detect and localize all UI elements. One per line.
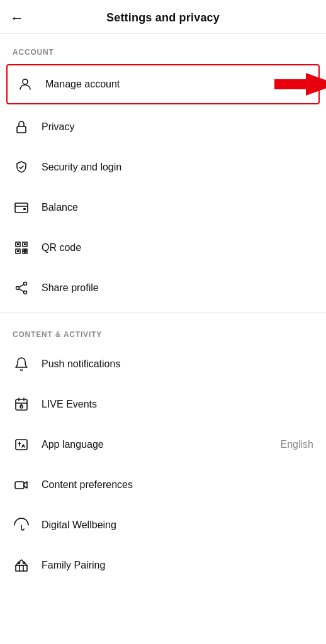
page-title: Settings and privacy [106,11,220,25]
push-notifications-label: Push notifications [42,358,313,370]
lock-icon [13,118,30,136]
svg-rect-11 [17,250,19,252]
share-profile-label: Share profile [42,282,313,294]
qr-code-label: QR code [42,242,313,253]
svg-rect-3 [15,203,28,213]
privacy-label: Privacy [42,121,313,133]
svg-marker-1 [274,73,326,96]
app-language-value: English [281,439,313,450]
menu-item-share-profile[interactable]: Share profile [0,268,326,308]
arrow-annotation [268,70,326,98]
manage-account-wrapper: Manage account [0,64,326,104]
live-events-label: LIVE Events [42,399,313,410]
svg-rect-2 [17,126,26,133]
svg-rect-12 [23,249,25,251]
svg-line-19 [19,289,23,291]
bell-icon [13,355,30,373]
app-language-label: App language [42,439,281,450]
balance-label: Balance [42,202,313,213]
section-label-content-activity: CONTENT & ACTIVITY [0,316,326,344]
menu-item-family-pairing[interactable]: Family Pairing [0,545,326,586]
svg-rect-29 [16,565,27,571]
menu-item-privacy[interactable]: Privacy [0,107,326,147]
digital-wellbeing-label: Digital Wellbeing [42,519,313,531]
svg-rect-13 [25,249,27,251]
menu-item-balance[interactable]: Balance [0,187,326,228]
section-content-activity: CONTENT & ACTIVITY Push notifications LI… [0,316,326,586]
svg-rect-14 [23,252,25,253]
menu-item-content-preferences[interactable]: Content preferences [0,465,326,505]
svg-rect-28 [15,482,24,489]
svg-rect-26 [16,440,27,450]
language-icon [13,436,30,453]
shield-icon [13,158,30,176]
content-preferences-label: Content preferences [42,479,313,491]
menu-item-security-login[interactable]: Security and login [0,147,326,187]
family-pairing-label: Family Pairing [42,560,313,571]
svg-line-20 [19,284,23,287]
home-icon [13,557,30,574]
person-icon [16,75,34,93]
wallet-icon [13,199,30,216]
svg-rect-7 [17,243,19,245]
menu-item-digital-wellbeing[interactable]: Digital Wellbeing [0,505,326,545]
share-icon [13,279,30,297]
security-login-label: Security and login [42,162,313,173]
video-icon [13,476,30,494]
svg-rect-15 [25,252,27,253]
menu-item-push-notifications[interactable]: Push notifications [0,344,326,384]
back-button[interactable]: ← [10,10,24,26]
section-label-account: ACCOUNT [0,34,326,62]
menu-item-app-language[interactable]: App language English [0,425,326,465]
section-account: ACCOUNT Manage account [0,34,326,308]
menu-item-qr-code[interactable]: QR code [0,228,326,268]
section-divider [0,312,326,313]
svg-point-0 [23,79,28,84]
header: ← Settings and privacy [0,0,326,34]
qr-icon [13,239,30,257]
menu-item-live-events[interactable]: LIVE Events [0,384,326,425]
umbrella-icon [13,516,30,534]
svg-rect-5 [23,208,26,210]
svg-rect-9 [24,243,26,245]
calendar-icon [13,396,30,413]
